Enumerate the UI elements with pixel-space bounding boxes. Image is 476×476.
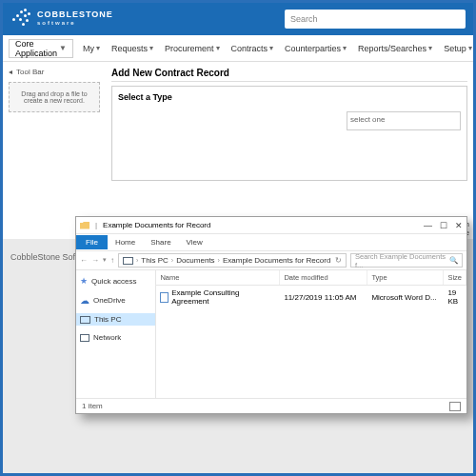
file-type: Microsoft Word D... [367, 290, 444, 305]
col-name[interactable]: Name [156, 270, 280, 285]
sidebar-item-network[interactable]: Network [80, 331, 151, 344]
chevron-left-icon: ◂ [9, 68, 12, 76]
list-header: Name Date modified Type Size [156, 270, 466, 286]
chevron-right-icon: › [171, 257, 173, 264]
nav-forward-icon[interactable]: → [91, 256, 99, 265]
app-selector-label: Core Application [15, 39, 57, 58]
chevron-down-icon: ▾ [343, 44, 347, 52]
cloud-icon [80, 295, 89, 306]
chevron-down-icon[interactable]: ▾ [103, 256, 107, 265]
menu-counterparties[interactable]: Counterparties▾ [281, 44, 350, 53]
explorer-titlebar[interactable]: | Example Documents for Record — ☐ ✕ [76, 217, 466, 234]
toolbar-label: Tool Bar [16, 68, 44, 76]
chevron-down-icon: ▾ [468, 44, 472, 52]
menu-setup[interactable]: Setup▾ [440, 44, 476, 53]
logo-icon [10, 9, 31, 30]
app-header: COBBLESTONE software Search [3, 3, 473, 35]
col-size[interactable]: Size [444, 270, 466, 285]
search-icon: 🔍 [449, 256, 458, 265]
left-sidebar: ◂ Tool Bar Drag and drop a file to creat… [3, 62, 106, 214]
file-name: Example Consulting Agreement [171, 288, 276, 306]
chevron-down-icon: ▾ [428, 44, 432, 52]
form-panel: Select a Type select one [111, 86, 467, 181]
minimize-icon[interactable]: — [424, 221, 432, 230]
chevron-down-icon: ▾ [149, 44, 153, 52]
crumb-thispc[interactable]: This PC [141, 256, 168, 265]
explorer-search-placeholder: Search Example Documents f... [355, 252, 449, 269]
chevron-down-icon: ▾ [269, 44, 273, 52]
file-row[interactable]: Example Consulting Agreement 11/27/2019 … [156, 286, 466, 308]
sidebar-item-onedrive[interactable]: OneDrive [80, 293, 151, 307]
brand-sub: software [37, 19, 113, 28]
explorer-title: Example Documents for Record [103, 221, 210, 229]
explorer-search-input[interactable]: Search Example Documents f... 🔍 [350, 253, 463, 268]
chevron-right-icon: › [218, 257, 220, 264]
page-title: Add New Contract Record [111, 68, 467, 82]
explorer-file-list: Name Date modified Type Size Example Con… [156, 270, 466, 398]
workspace: ◂ Tool Bar Drag and drop a file to creat… [3, 62, 473, 214]
main-panel: Add New Contract Record Select a Type se… [106, 62, 473, 214]
type-select-placeholder: select one [350, 115, 385, 124]
crumb-current[interactable]: Example Documents for Record [223, 256, 330, 265]
nav-up-icon[interactable]: ↑ [110, 256, 114, 265]
star-icon [80, 276, 88, 286]
brand-logo: COBBLESTONE software [10, 9, 113, 30]
maximize-icon[interactable]: ☐ [440, 221, 447, 230]
status-item-count: 1 item [82, 402, 103, 410]
explorer-ribbon: File Home Share View [76, 234, 466, 251]
ribbon-view[interactable]: View [179, 235, 210, 249]
explorer-body: Quick access OneDrive This PC Network Na… [76, 270, 466, 398]
pc-icon [80, 316, 90, 324]
refresh-icon[interactable]: ↻ [335, 256, 342, 265]
ribbon-share[interactable]: Share [143, 235, 178, 249]
col-date[interactable]: Date modified [280, 270, 367, 285]
file-date: 11/27/2019 11:05 AM [280, 290, 367, 305]
chevron-right-icon: › [136, 257, 138, 264]
file-size: 19 KB [444, 286, 466, 308]
sidebar-item-this-pc[interactable]: This PC [76, 313, 155, 326]
menu-requests[interactable]: Requests▾ [108, 44, 157, 53]
word-doc-icon [160, 292, 169, 303]
toolbar-toggle[interactable]: ◂ Tool Bar [9, 68, 100, 76]
sidebar-item-quick-access[interactable]: Quick access [80, 274, 151, 288]
type-select[interactable]: select one [347, 111, 461, 130]
explorer-statusbar: 1 item [76, 398, 466, 413]
folder-icon [80, 222, 89, 229]
file-explorer-window: | Example Documents for Record — ☐ ✕ Fil… [75, 216, 467, 414]
menu-contracts[interactable]: Contracts▾ [228, 44, 278, 53]
main-menubar: Core Application ▼ My▾ Requests▾ Procure… [3, 35, 473, 62]
nav-back-icon[interactable]: ← [80, 256, 88, 265]
explorer-navbar: ← → ▾ ↑ › This PC › Documents › Example … [76, 251, 466, 270]
menu-reports[interactable]: Reports/Searches▾ [354, 44, 436, 53]
search-placeholder: Search [290, 14, 318, 24]
ribbon-file[interactable]: File [76, 235, 108, 249]
breadcrumb[interactable]: › This PC › Documents › Example Document… [118, 253, 347, 268]
chevron-down-icon: ▼ [59, 44, 67, 52]
menu-items: My▾ Requests▾ Procurement▾ Contracts▾ Co… [79, 44, 476, 53]
menu-my[interactable]: My▾ [79, 44, 104, 53]
col-type[interactable]: Type [367, 270, 444, 285]
brand-name: COBBLESTONE [37, 10, 113, 19]
network-icon [80, 334, 89, 342]
chevron-down-icon: ▾ [96, 44, 100, 52]
chevron-down-icon: ▾ [216, 44, 220, 52]
dropzone-text: Drag and drop a file to create a new rec… [12, 90, 96, 104]
file-dropzone[interactable]: Drag and drop a file to create a new rec… [9, 82, 100, 112]
pc-icon [123, 257, 133, 265]
crumb-documents[interactable]: Documents [176, 256, 214, 265]
ribbon-home[interactable]: Home [108, 235, 143, 249]
explorer-sidebar: Quick access OneDrive This PC Network [76, 270, 156, 398]
menu-procurement[interactable]: Procurement▾ [161, 44, 224, 53]
close-icon[interactable]: ✕ [455, 221, 463, 230]
view-mode-icon[interactable] [449, 402, 461, 411]
type-field-label: Select a Type [118, 92, 461, 102]
app-selector[interactable]: Core Application ▼ [9, 39, 73, 58]
global-search-input[interactable]: Search [285, 10, 466, 29]
